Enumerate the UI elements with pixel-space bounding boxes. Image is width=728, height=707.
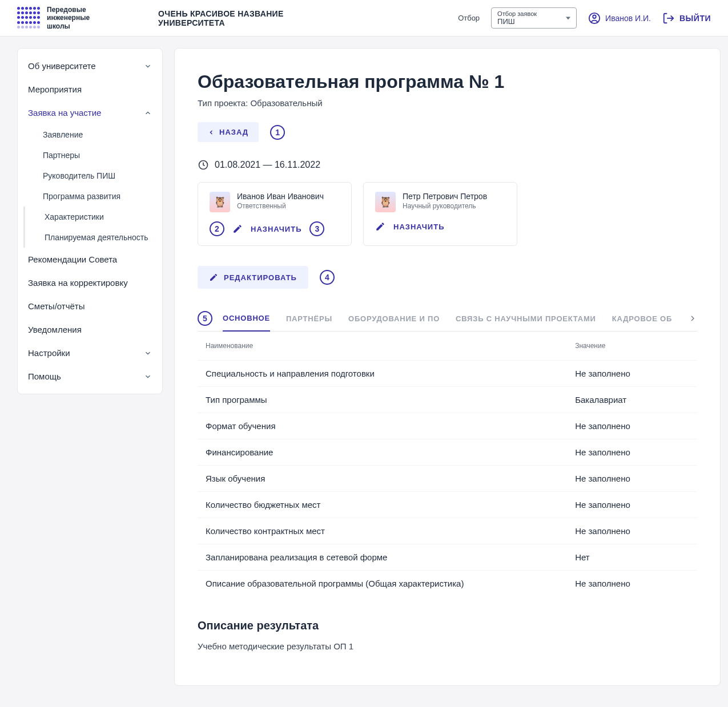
table-row: Специальность и направления подготовкиНе… [198, 360, 697, 386]
sidebar-subitem[interactable]: Руководитель ПИШ [18, 165, 162, 186]
logo-icon [17, 7, 40, 30]
table-row: Язык обученияНе заполнено [198, 465, 697, 491]
tabs: 5 ОСНОВНОЕПАРТНЁРЫОБОРУДОВАНИЕ И ПОСВЯЗЬ… [198, 306, 697, 332]
date-range: 01.08.2021 — 16.11.2022 [215, 160, 320, 170]
avatar: 🦉 [375, 192, 396, 212]
sidebar-item[interactable]: Уведомления [18, 318, 162, 341]
person-role: Научный руководитель [403, 202, 487, 210]
row-name: Специальность и направления подготовки [206, 369, 575, 378]
selection-dropdown[interactable]: Отбор заявок ПИШ [491, 7, 577, 29]
assign-button[interactable]: НАЗНАЧИТЬ [393, 223, 444, 231]
sidebar-item-label: Заявка на участие [28, 108, 101, 118]
row-value: Не заполнено [575, 474, 689, 483]
annotation-2: 2 [210, 221, 224, 236]
row-name: Количество бюджетных мест [206, 500, 575, 510]
svg-point-1 [593, 15, 596, 18]
sidebar-subitem[interactable]: Программа развития [18, 186, 162, 207]
sidebar-item-label: Заявка на корректировку [28, 278, 128, 288]
chevron-right-icon [688, 314, 697, 323]
person-role: Ответственный [237, 202, 324, 210]
sidebar-subitem[interactable]: Характеристики [23, 207, 162, 227]
back-label: НАЗАД [219, 128, 248, 136]
date-range-row: 01.08.2021 — 16.11.2022 [198, 159, 697, 171]
logout-icon [662, 12, 675, 25]
sidebar-item[interactable]: Заявка на участие [18, 101, 162, 124]
sidebar-item[interactable]: Помощь [18, 365, 162, 388]
sidebar-item-label: Рекомендации Совета [28, 254, 117, 264]
table-header: Наименование Значение [198, 332, 697, 360]
annotation-4: 4 [320, 270, 335, 285]
sidebar-item-label: Уведомления [28, 325, 82, 334]
row-name: Финансирование [206, 447, 575, 457]
table-row: Запланирована реализация в сетевой форме… [198, 544, 697, 570]
back-button[interactable]: НАЗАД [198, 122, 259, 142]
table-row: Формат обученияНе заполнено [198, 413, 697, 439]
tab[interactable]: ОБОРУДОВАНИЕ И ПО [348, 306, 440, 331]
row-value: Нет [575, 552, 689, 562]
pencil-icon[interactable] [375, 221, 385, 232]
annotation-5: 5 [198, 311, 212, 326]
sidebar-subitem[interactable]: Партнеры [18, 145, 162, 165]
sidebar-item[interactable]: Рекомендации Совета [18, 248, 162, 271]
row-value: Не заполнено [575, 579, 689, 588]
tab[interactable]: КАДРОВОЕ ОБ [612, 306, 672, 331]
col-header-name: Наименование [206, 342, 575, 350]
chevron-down-icon [144, 349, 152, 357]
sidebar-item[interactable]: Настройки [18, 341, 162, 365]
result-title: Описание результата [198, 619, 697, 632]
table-row: Количество бюджетных местНе заполнено [198, 491, 697, 518]
edit-button[interactable]: РЕДАКТИРОВАТЬ [198, 266, 308, 289]
sidebar-item[interactable]: Сметы/отчёты [18, 294, 162, 318]
sidebar-item-label: Сметы/отчёты [28, 301, 85, 311]
selector-label: Отбор [458, 14, 480, 22]
row-name: Тип программы [206, 395, 575, 405]
avatar: 🦉 [210, 192, 230, 212]
result-body: Учебно методические результаты ОП 1 [198, 641, 697, 651]
page-title: Образовательная программа № 1 [198, 71, 697, 92]
sidebar-item-label: Помощь [28, 371, 61, 381]
chevron-up-icon [144, 109, 152, 117]
selector-line1: Отбор заявок [497, 10, 559, 17]
annotation-1: 1 [270, 125, 285, 140]
table-row: Тип программыБакалавриат [198, 386, 697, 413]
row-name: Формат обучения [206, 421, 575, 431]
logo[interactable]: Передовые инженерные школы [17, 6, 90, 30]
person-name: Иванов Иван Иванович [237, 192, 324, 201]
university-name: ОЧЕНЬ КРАСИВОЕ НАЗВАНИЕ УНИВЕРСИТЕТА [158, 9, 295, 27]
sidebar-item[interactable]: Заявка на корректировку [18, 271, 162, 294]
pencil-icon[interactable] [232, 224, 243, 234]
row-value: Не заполнено [575, 421, 689, 431]
row-name: Язык обучения [206, 474, 575, 483]
clock-icon [198, 159, 209, 171]
edit-label: РЕДАКТИРОВАТЬ [224, 273, 297, 282]
sidebar-item[interactable]: Об университете [18, 54, 162, 78]
row-value: Не заполнено [575, 447, 689, 457]
chevron-left-icon [208, 129, 215, 136]
row-name: Описание образовательной программы (Обща… [206, 579, 575, 588]
sidebar-item[interactable]: Мероприятия [18, 78, 162, 101]
person-card: 🦉 Петр Петрович Петров Научный руководит… [363, 182, 517, 246]
person-card: 🦉 Иванов Иван Иванович Ответственный 2 Н… [198, 182, 352, 246]
tab[interactable]: ОСНОВНОЕ [223, 306, 270, 332]
table-row: ФинансированиеНе заполнено [198, 439, 697, 465]
sidebar: Об университетеМероприятияЗаявка на учас… [17, 48, 163, 394]
assign-button[interactable]: НАЗНАЧИТЬ [251, 225, 301, 233]
col-header-value: Значение [575, 342, 689, 350]
chevron-down-icon [144, 373, 152, 381]
logout-button[interactable]: ВЫЙТИ [662, 12, 711, 25]
tab[interactable]: ПАРТНЁРЫ [286, 306, 332, 331]
tab[interactable]: СВЯЗЬ С НАУЧНЫМИ ПРОЕКТАМИ [456, 306, 596, 331]
row-value: Не заполнено [575, 526, 689, 536]
pencil-icon [209, 273, 218, 282]
sidebar-subitem[interactable]: Планируемая деятельность [23, 227, 162, 248]
sidebar-item-label: Об университете [28, 61, 96, 71]
user-menu[interactable]: Иванов И.И. [588, 12, 651, 25]
sidebar-item-label: Настройки [28, 348, 70, 358]
annotation-3: 3 [309, 221, 324, 236]
row-value: Не заполнено [575, 500, 689, 510]
sidebar-subitem[interactable]: Заявление [18, 124, 162, 145]
row-name: Количество контрактных мест [206, 526, 575, 536]
row-name: Запланирована реализация в сетевой форме [206, 552, 575, 562]
details-table: Наименование Значение Специальность и на… [198, 332, 697, 596]
tabs-scroll-right[interactable] [688, 314, 697, 323]
